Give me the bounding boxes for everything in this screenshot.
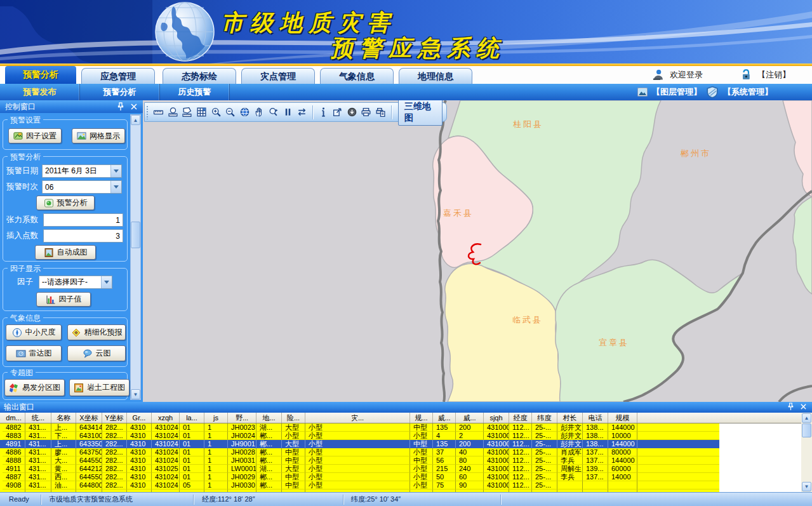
column-header[interactable]: 经度 xyxy=(509,413,532,423)
subtab-warning-publish[interactable]: 预警发布 xyxy=(0,84,80,100)
table-row[interactable]: 4908431...油...644800282...4310431024051J… xyxy=(0,481,719,489)
table-row[interactable]: 4882431...上...643414282...4310431024011J… xyxy=(0,423,719,432)
table-cell: 80 xyxy=(456,456,484,465)
measure-distance-button[interactable] xyxy=(152,105,165,120)
column-header[interactable]: 村长 xyxy=(557,413,583,423)
insert-points-input[interactable] xyxy=(43,229,123,243)
export-button[interactable] xyxy=(331,105,345,120)
print-preview-button[interactable] xyxy=(374,105,387,120)
table-cell: 小型 xyxy=(305,440,410,448)
map-3d-button[interactable]: 三维地图 xyxy=(398,100,443,126)
tab-situation-plotting[interactable]: 态势标绘 xyxy=(163,68,236,84)
chevron-down-icon[interactable] xyxy=(101,276,112,288)
column-header[interactable]: sjqh xyxy=(484,413,509,423)
column-header[interactable]: Y坐标 xyxy=(102,413,127,423)
scroll-down-button[interactable]: ▼ xyxy=(802,482,811,491)
zoom-box-button[interactable] xyxy=(267,105,280,120)
column-header[interactable]: 电话 xyxy=(583,413,608,423)
panel-scrollbar[interactable]: ▲ ▼ xyxy=(130,114,141,400)
column-header[interactable]: 统... xyxy=(25,413,51,423)
scroll-down-button[interactable]: ▼ xyxy=(131,389,140,399)
column-header[interactable]: X坐标 xyxy=(76,413,102,423)
pause-button[interactable] xyxy=(281,105,295,120)
welcome-login-link[interactable]: 欢迎登录 xyxy=(670,69,703,81)
table-row[interactable]: 4883431...下...643100282...4310431024011J… xyxy=(0,432,719,440)
column-header[interactable]: dm... xyxy=(3,413,25,423)
identify-button[interactable] xyxy=(317,105,330,120)
table-row[interactable]: 4891431...上...643350282...4310431024011J… xyxy=(0,440,719,448)
fine-forecast-button[interactable]: 精细化预报 xyxy=(67,324,126,340)
tab-warning-analysis[interactable]: 预警分析 xyxy=(5,66,76,84)
export-icon xyxy=(332,107,343,117)
column-header[interactable]: 地... xyxy=(256,413,282,423)
table-row[interactable]: 4911431...黄...644212282...4310431025011L… xyxy=(0,465,719,473)
full-extent-button[interactable] xyxy=(238,105,251,120)
chevron-down-icon[interactable] xyxy=(110,165,121,177)
column-header[interactable]: la... xyxy=(180,413,204,423)
chevron-down-icon[interactable] xyxy=(110,181,121,193)
scroll-up-button[interactable]: ▲ xyxy=(802,413,811,423)
tab-disaster-points[interactable]: 灾点管理 xyxy=(241,68,315,84)
output-scrollbar[interactable]: ▲ ▼ xyxy=(801,413,812,492)
column-header[interactable]: 威... xyxy=(456,413,484,423)
close-icon[interactable] xyxy=(130,102,138,111)
table-cell: 25-... xyxy=(532,440,557,448)
control-panel: 控制窗口 ▲ ▼ 预警设置 xyxy=(0,100,143,402)
warning-date-select[interactable]: 2011年 6月 3日 xyxy=(42,164,122,178)
cloud-map-label: 云图 xyxy=(96,348,111,359)
toolbar-grip[interactable] xyxy=(146,105,149,119)
factor-value-button[interactable]: 因子值 xyxy=(36,292,91,307)
column-header[interactable]: js xyxy=(204,413,228,423)
table-row[interactable]: 4887431...西...644550282...4310431024011J… xyxy=(0,473,719,481)
column-header[interactable]: 灾... xyxy=(305,413,410,423)
tab-emergency-management[interactable]: 应急管理 xyxy=(81,68,155,84)
table-row[interactable]: 4888431...大...644550282...4310431024011J… xyxy=(0,456,719,465)
column-header[interactable]: 险... xyxy=(282,413,305,423)
tension-input[interactable] xyxy=(43,213,123,227)
pin-icon[interactable] xyxy=(787,403,794,411)
logout-link[interactable]: 【注销】 xyxy=(757,69,790,81)
warning-time-select[interactable]: 06 xyxy=(42,180,122,194)
tab-geographic-info[interactable]: 地理信息 xyxy=(399,68,472,84)
factor-select[interactable]: --请选择因子- xyxy=(39,276,112,289)
grid-button[interactable] xyxy=(195,105,208,120)
zoom-out-button[interactable] xyxy=(223,105,237,120)
factor-setting-button[interactable]: 因子设置 xyxy=(8,128,62,143)
column-header[interactable]: 名称 xyxy=(51,413,76,423)
refresh-button[interactable] xyxy=(295,105,309,120)
column-header[interactable]: 规... xyxy=(410,413,433,423)
measure-area-button[interactable] xyxy=(181,105,194,120)
close-icon[interactable] xyxy=(800,403,807,411)
cloud-map-button[interactable]: 云图 xyxy=(67,345,126,361)
column-header[interactable]: Gr... xyxy=(127,413,152,423)
warning-analyze-button[interactable]: 预警分析 xyxy=(36,196,95,210)
meso-scale-button[interactable]: 中小尺度 xyxy=(6,324,62,340)
subtab-warning-analysis[interactable]: 预警分析 xyxy=(80,84,160,100)
tab-weather-info[interactable]: 气象信息 xyxy=(320,68,394,84)
pan-button[interactable] xyxy=(253,105,266,120)
zoom-in-button[interactable] xyxy=(210,105,223,120)
zoom-in-icon xyxy=(211,107,222,117)
pin-icon[interactable] xyxy=(117,102,124,111)
column-header[interactable]: 规模 xyxy=(608,413,637,423)
scroll-thumb[interactable] xyxy=(802,423,811,437)
web-capture-button[interactable] xyxy=(345,105,359,120)
subtab-history-warning[interactable]: 历史预警 xyxy=(160,84,230,100)
system-manager-link[interactable]: 【系统管理】 xyxy=(723,86,773,98)
auto-map-button[interactable]: 自动成图 xyxy=(35,245,96,260)
column-header[interactable]: 纬度 xyxy=(532,413,557,423)
grid-display-button[interactable]: 网格显示 xyxy=(72,128,125,143)
column-header[interactable]: xzqh xyxy=(152,413,180,423)
layer-manager-link[interactable]: 【图层管理】 xyxy=(652,86,702,98)
column-header[interactable]: 野... xyxy=(228,413,256,423)
scroll-up-button[interactable]: ▲ xyxy=(131,115,140,125)
map-viewport[interactable]: 桂阳县 郴州市 嘉禾县 临武县 宜章县 xyxy=(143,100,812,402)
geotech-map-button[interactable]: 岩土工程图 xyxy=(69,379,130,396)
table-row[interactable]: 4886431...廖...643750282...4310431024011J… xyxy=(0,448,719,456)
print-button[interactable] xyxy=(360,105,373,120)
radar-map-button[interactable]: 雷达图 xyxy=(6,345,62,361)
measure-circle-button[interactable] xyxy=(166,105,180,120)
prone-zone-map-button[interactable]: 易发分区图 xyxy=(4,379,65,396)
column-header[interactable]: 威... xyxy=(433,413,456,423)
scroll-thumb[interactable] xyxy=(131,222,140,248)
